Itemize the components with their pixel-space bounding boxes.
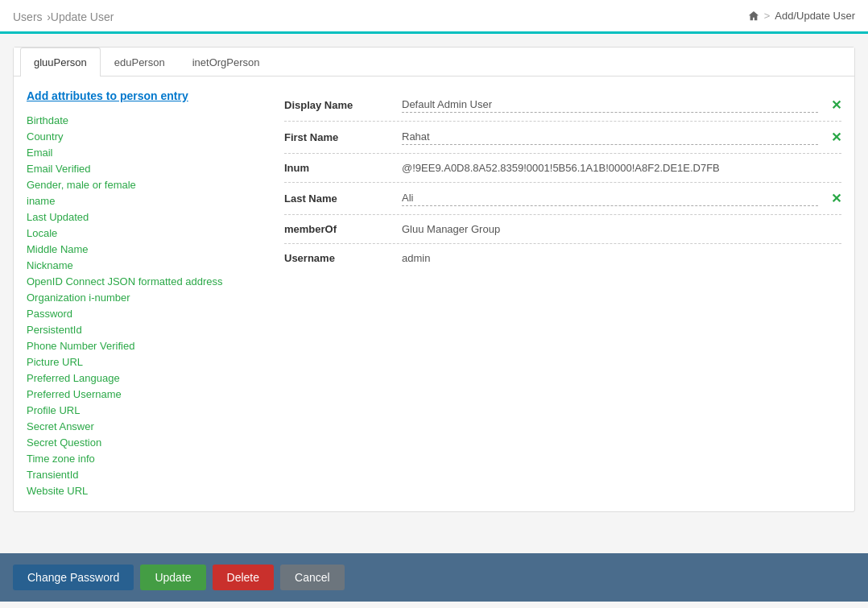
- attr-email-verified[interactable]: Email Verified: [27, 163, 90, 175]
- label-display-name: Display Name: [284, 99, 389, 111]
- label-username: Username: [284, 252, 389, 264]
- list-item: Email: [27, 144, 268, 160]
- list-item: Nickname: [27, 257, 268, 273]
- list-item: Password: [27, 305, 268, 321]
- list-item: Email Verified: [27, 160, 268, 176]
- breadcrumb-current: Add/Update User: [775, 10, 855, 22]
- attr-secret-answer[interactable]: Secret Answer: [27, 420, 94, 432]
- list-item: Birthdate: [27, 112, 268, 128]
- list-item: Secret Answer: [27, 418, 268, 434]
- list-item: Phone Number Verified: [27, 337, 268, 354]
- attr-iname[interactable]: iname: [27, 195, 55, 207]
- attr-country[interactable]: Country: [27, 130, 64, 143]
- attribute-sidebar: Add attributes to person entry Birthdate…: [27, 89, 268, 498]
- footer-bar: Change Password Update Delete Cancel: [0, 553, 868, 602]
- attr-picture-url[interactable]: Picture URL: [27, 356, 83, 368]
- tab-bar: gluuPerson eduPerson inetOrgPerson: [14, 48, 854, 77]
- breadcrumb-separator: >: [764, 10, 771, 22]
- attr-persistent-id[interactable]: PersistentId: [27, 324, 82, 336]
- title-main: Users: [13, 10, 43, 23]
- cancel-button[interactable]: Cancel: [280, 565, 345, 590]
- update-button[interactable]: Update: [140, 565, 205, 590]
- attr-password[interactable]: Password: [27, 308, 72, 320]
- list-item: OpenID Connect JSON formatted address: [27, 273, 268, 289]
- list-item: Preferred Language: [27, 370, 268, 386]
- attr-nickname[interactable]: Nickname: [27, 259, 73, 271]
- list-item: Website URL: [27, 482, 268, 498]
- home-icon[interactable]: [748, 10, 759, 23]
- attr-website-url[interactable]: Website URL: [27, 485, 88, 497]
- value-member-of: Gluu Manager Group: [402, 223, 841, 235]
- label-first-name: First Name: [284, 131, 389, 143]
- page-title: Users ›Update User: [13, 6, 114, 25]
- list-item: Picture URL: [27, 354, 268, 370]
- attr-org-inum[interactable]: Organization i-number: [27, 292, 130, 304]
- list-item: Locale: [27, 225, 268, 241]
- field-first-name: First Name Rahat ✕: [284, 122, 841, 154]
- add-attributes-heading[interactable]: Add attributes to person entry: [27, 89, 268, 102]
- attr-timezone[interactable]: Time zone info: [27, 453, 95, 465]
- attribute-list: Birthdate Country Email Email Verified G…: [27, 112, 268, 498]
- attr-gender[interactable]: Gender, male or female: [27, 179, 136, 191]
- subtitle-text: Update User: [51, 10, 114, 23]
- value-first-name[interactable]: Rahat: [402, 130, 818, 145]
- label-member-of: memberOf: [284, 223, 389, 235]
- value-last-name[interactable]: Ali: [402, 192, 818, 206]
- attr-preferred-language[interactable]: Preferred Language: [27, 372, 120, 384]
- list-item: PersistentId: [27, 321, 268, 337]
- field-member-of: memberOf Gluu Manager Group: [284, 215, 841, 244]
- attr-locale[interactable]: Locale: [27, 227, 57, 239]
- breadcrumb: > Add/Update User: [748, 10, 855, 23]
- tab-inetorgperson[interactable]: inetOrgPerson: [179, 48, 274, 77]
- list-item: iname: [27, 192, 268, 209]
- field-display-name: Display Name Default Admin User ✕: [284, 89, 841, 122]
- remove-display-name[interactable]: ✕: [831, 97, 841, 113]
- main-content: gluuPerson eduPerson inetOrgPerson Add a…: [0, 34, 868, 553]
- attr-middle-name[interactable]: Middle Name: [27, 243, 89, 255]
- top-bar: Users ›Update User > Add/Update User: [0, 0, 868, 34]
- label-last-name: Last Name: [284, 192, 389, 205]
- list-item: Last Updated: [27, 209, 268, 225]
- attr-phone-verified[interactable]: Phone Number Verified: [27, 340, 134, 352]
- attr-transient-id[interactable]: TransientId: [27, 469, 79, 481]
- change-password-button[interactable]: Change Password: [13, 565, 134, 590]
- field-last-name: Last Name Ali ✕: [284, 183, 841, 215]
- card-body: Add attributes to person entry Birthdate…: [14, 77, 854, 511]
- title-sub: ›Update User: [47, 10, 114, 23]
- list-item: Preferred Username: [27, 386, 268, 402]
- list-item: Country: [27, 128, 268, 144]
- attr-profile-url[interactable]: Profile URL: [27, 404, 80, 416]
- list-item: Secret Question: [27, 434, 268, 450]
- list-item: Profile URL: [27, 402, 268, 418]
- attr-openid-json[interactable]: OpenID Connect JSON formatted address: [27, 275, 223, 287]
- list-item: Middle Name: [27, 241, 268, 257]
- value-inum: @!9EE9.A0D8.8A52.8359!0001!5B56.1A1B!000…: [402, 162, 841, 174]
- list-item: Time zone info: [27, 450, 268, 466]
- tab-eduperson[interactable]: eduPerson: [101, 48, 179, 77]
- tab-gluuperson[interactable]: gluuPerson: [20, 48, 101, 77]
- remove-first-name[interactable]: ✕: [831, 130, 841, 145]
- attr-birthdate[interactable]: Birthdate: [27, 114, 68, 126]
- field-username: Username admin: [284, 244, 841, 272]
- attr-secret-question[interactable]: Secret Question: [27, 436, 101, 449]
- attr-preferred-username[interactable]: Preferred Username: [27, 388, 122, 400]
- attr-last-updated[interactable]: Last Updated: [27, 211, 89, 223]
- remove-last-name[interactable]: ✕: [831, 191, 841, 206]
- value-display-name[interactable]: Default Admin User: [402, 98, 818, 113]
- delete-button[interactable]: Delete: [213, 565, 274, 590]
- label-inum: Inum: [284, 162, 389, 174]
- form-section: Display Name Default Admin User ✕ First …: [284, 89, 841, 498]
- value-username: admin: [402, 252, 841, 264]
- field-inum: Inum @!9EE9.A0D8.8A52.8359!0001!5B56.1A1…: [284, 154, 841, 183]
- list-item: Gender, male or female: [27, 176, 268, 192]
- list-item: TransientId: [27, 466, 268, 482]
- attr-email[interactable]: Email: [27, 147, 53, 159]
- list-item: Organization i-number: [27, 289, 268, 305]
- main-card: gluuPerson eduPerson inetOrgPerson Add a…: [13, 47, 855, 512]
